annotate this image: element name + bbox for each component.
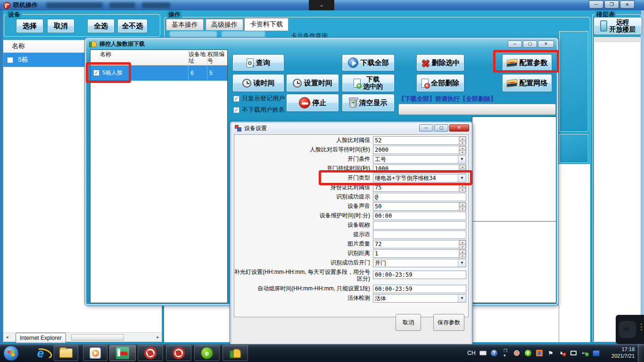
floor-list[interactable] [594, 37, 641, 342]
checkbox-label: 不下载用户姓名 [242, 106, 285, 114]
column-device-address[interactable]: 设备地址 [189, 50, 207, 65]
input-9[interactable] [373, 221, 466, 230]
device-group-label: 设备 [7, 10, 22, 19]
show-hidden-icons[interactable]: ❐▾ [501, 349, 510, 357]
stop-button[interactable]: 停止 [286, 94, 339, 112]
dropdown-13[interactable]: 开门▼ [373, 259, 466, 267]
dropdown-16[interactable]: 活体▼ [373, 294, 466, 303]
spinner-buttons[interactable]: ▲▼ [459, 240, 466, 248]
read-time-button[interactable]: 读时间 [232, 74, 284, 92]
green-e-icon[interactable]: e [524, 349, 532, 357]
no-names-checkbox[interactable]: ✓ 不下载用户姓名 [233, 106, 285, 114]
parking-app-icon[interactable] [109, 345, 136, 361]
chevron-down-icon[interactable]: ▼ [458, 259, 466, 267]
delete-selected-button[interactable]: 删除选中 [416, 54, 464, 71]
input-6[interactable]: @ [373, 193, 466, 201]
settings-cancel-button[interactable]: 取消 [396, 314, 421, 331]
input-12[interactable]: 1▲▼ [373, 249, 466, 258]
tray-time: 17:18 [600, 346, 635, 353]
tray-date: 2021/7/21 [600, 353, 635, 359]
input-7[interactable]: 50▲▼ [373, 202, 466, 211]
set-time-button[interactable]: 设置时间 [286, 74, 339, 92]
field-label: 设备维护时间(时:分) [234, 211, 373, 219]
tab-basic-operation[interactable]: 基本操作 [166, 19, 204, 30]
red-dvr-app-icon[interactable] [138, 345, 163, 361]
browser-360-icon[interactable]: e [194, 345, 220, 361]
minimize-button[interactable]: ─ [589, 0, 603, 8]
radio-alert-icon[interactable] [512, 349, 521, 357]
scroll-left-icon[interactable]: ◄ [3, 333, 11, 342]
input-11[interactable]: 72▲▼ [373, 240, 466, 248]
input-1[interactable]: 2000▲▼ [373, 146, 466, 154]
tab-card-data-download[interactable]: 卡资料下载 [244, 18, 289, 31]
checkbox-unchecked[interactable] [7, 57, 13, 63]
field-label: 开门条件 [234, 155, 373, 162]
close-button[interactable]: ✕ [620, 0, 635, 8]
language-indicator[interactable]: CH [467, 349, 476, 357]
close-button[interactable]: ✕ [538, 41, 554, 48]
maximize-button[interactable]: ❐ [604, 0, 619, 8]
input-10[interactable] [373, 230, 466, 239]
keyboard-icon[interactable] [479, 349, 487, 357]
spinner-buttons[interactable]: ▲▼ [459, 137, 466, 144]
doc-plus-icon: + [354, 79, 361, 88]
column-permission-no[interactable]: 权限编号 [207, 50, 227, 65]
red-dvr-app-2-icon[interactable] [166, 345, 191, 361]
usb-icon[interactable]: ⊶✓ [580, 349, 589, 357]
clear-display-button[interactable]: 清空显示 [342, 94, 395, 112]
spinner-buttons[interactable]: ▲▼ [459, 146, 466, 154]
show-desktop-button[interactable] [638, 344, 644, 362]
internet-explorer-icon[interactable]: e [31, 346, 50, 360]
field-label: 提示语 [234, 230, 373, 238]
checkbox-checked[interactable]: ✓ [233, 96, 239, 102]
chevron-down-icon[interactable]: ▼ [458, 295, 466, 302]
floor-list-header [595, 38, 640, 42]
recorder-widget[interactable] [616, 315, 644, 344]
remote-open-floor-button[interactable]: 远程开放楼层 [594, 17, 642, 35]
chevron-down-icon[interactable]: ▼ [458, 156, 466, 163]
input-8[interactable]: 00:00 [373, 212, 466, 220]
chevron-down-icon: ⌄ [319, 1, 324, 8]
show-registered-checkbox[interactable]: ✓ 只显示登记用户 [233, 94, 285, 103]
messenger-icon[interactable] [592, 349, 600, 357]
maximize-button[interactable]: ▢ [434, 124, 448, 132]
network-icon[interactable] [569, 349, 578, 357]
start-orb[interactable] [3, 346, 19, 361]
notification-chevron-tab[interactable]: ⌄ [309, 0, 334, 10]
media-player-icon[interactable] [83, 345, 107, 361]
close-button[interactable]: ✕ [449, 124, 469, 132]
download-selected-button[interactable]: + 下载选中的 [342, 74, 395, 92]
query-doc-icon [247, 58, 254, 67]
config-network-button[interactable]: 配置网络 [502, 74, 552, 92]
save-params-button[interactable]: 保存参数 [433, 314, 464, 331]
spinner-buttons[interactable]: ▲▼ [459, 250, 466, 257]
tray-clock[interactable]: 17:18 2021/7/21 [600, 346, 635, 359]
select-none-button[interactable]: 全不选 [117, 19, 148, 33]
help-icon[interactable]: ? [490, 349, 498, 357]
maximize-button[interactable]: ▢ [523, 41, 537, 48]
minimize-button[interactable]: ─ [419, 124, 433, 132]
check-icon: ✓ [234, 96, 239, 101]
checkbox-checked[interactable]: ✓ [233, 107, 239, 113]
windows-explorer-icon[interactable] [54, 345, 78, 361]
download-all-button[interactable]: 下载全部 [342, 54, 395, 71]
select-all-button[interactable]: 全选 [87, 19, 115, 33]
orange-agent-icon[interactable] [535, 349, 544, 357]
muted-speaker-icon[interactable]: 🔇︎× [558, 349, 566, 357]
minimize-button[interactable]: ─ [508, 41, 522, 48]
cancel-button[interactable]: 取消 [47, 19, 74, 33]
input-15[interactable]: 00:00-23:59 [373, 285, 466, 293]
face-app-thumb-icon[interactable] [223, 345, 248, 361]
scrollbar-thumb[interactable] [71, 334, 124, 341]
input-14[interactable]: 00:00-23:59 [373, 271, 466, 279]
select-button[interactable]: 选择 [16, 19, 43, 33]
spinner-buttons[interactable]: ▲▼ [459, 203, 466, 210]
dropdown-2[interactable]: 工号▼ [373, 155, 466, 164]
input-0[interactable]: 52▲▼ [373, 136, 466, 145]
query-button[interactable]: 查询 [232, 54, 284, 71]
flag-icon[interactable]: ⚑ [546, 349, 555, 357]
delete-all-button[interactable]: ×全部删除 [416, 74, 464, 92]
tab-advanced-operation[interactable]: 高级操作 [206, 19, 243, 30]
scroll-right-icon[interactable]: ► [154, 333, 162, 342]
checkbox-label: 只显示登记用户 [242, 94, 285, 103]
